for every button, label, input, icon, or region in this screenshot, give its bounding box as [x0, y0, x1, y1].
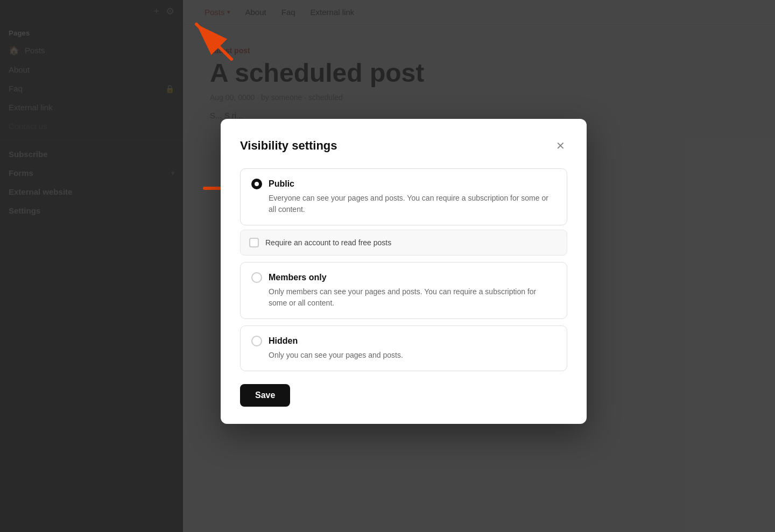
- option-public-label: Public: [269, 179, 294, 189]
- option-members-label: Members only: [269, 273, 327, 282]
- option-hidden-header: Hidden: [251, 336, 556, 346]
- radio-members[interactable]: [251, 272, 262, 283]
- option-public[interactable]: Public Everyone can see your pages and p…: [240, 168, 567, 225]
- modal-close-button[interactable]: ✕: [554, 138, 567, 153]
- modal-overlay: Visibility settings ✕ Public Everyone ca…: [0, 0, 775, 532]
- modal-footer: Save: [240, 384, 567, 407]
- option-public-header: Public: [251, 179, 556, 189]
- option-members-desc: Only members can see your pages and post…: [269, 286, 556, 309]
- option-hidden[interactable]: Hidden Only you can see your pages and p…: [240, 325, 567, 371]
- modal-header: Visibility settings ✕: [240, 138, 567, 153]
- checkbox-require-account[interactable]: [249, 238, 259, 247]
- sub-option-label: Require an account to read free posts: [265, 238, 391, 247]
- option-hidden-label: Hidden: [269, 336, 298, 346]
- option-hidden-desc: Only you can see your pages and posts.: [269, 350, 556, 361]
- save-button[interactable]: Save: [240, 384, 290, 407]
- visibility-settings-modal: Visibility settings ✕ Public Everyone ca…: [221, 119, 587, 424]
- modal-title: Visibility settings: [240, 139, 337, 153]
- option-public-desc: Everyone can see your pages and posts. Y…: [269, 193, 556, 215]
- radio-hidden[interactable]: [251, 336, 262, 346]
- option-members-header: Members only: [251, 272, 556, 283]
- radio-public[interactable]: [251, 179, 262, 189]
- option-members[interactable]: Members only Only members can see your p…: [240, 262, 567, 319]
- sub-option-require-account[interactable]: Require an account to read free posts: [240, 230, 567, 256]
